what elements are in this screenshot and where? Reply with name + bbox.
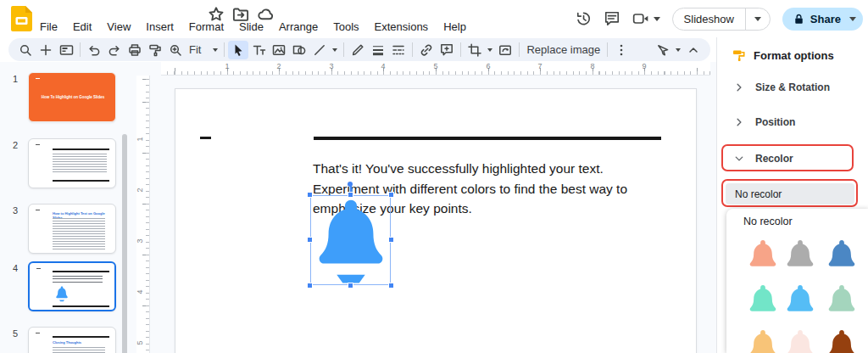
- slideshow-button[interactable]: Slideshow: [673, 13, 745, 25]
- zoom-icon[interactable]: [165, 41, 186, 59]
- meet-control[interactable]: [632, 10, 660, 27]
- star-icon[interactable]: [208, 6, 225, 23]
- reset-image-icon[interactable]: [495, 41, 515, 59]
- menu-edit[interactable]: Edit: [65, 19, 99, 35]
- insert-link-icon[interactable]: [416, 41, 437, 59]
- toolbar-row: Fit: [0, 37, 716, 62]
- top-divider-line[interactable]: [314, 137, 661, 140]
- slideshow-dropdown[interactable]: [745, 8, 770, 30]
- slide-1-thumbnail[interactable]: How To Highlight on Google Slides: [28, 72, 116, 122]
- menu-tools[interactable]: Tools: [326, 19, 366, 35]
- hruler-tick: 7: [537, 62, 542, 70]
- position-label: Position: [755, 116, 795, 128]
- slide-2-thumbnail[interactable]: [28, 138, 116, 188]
- share-caret-icon[interactable]: [849, 17, 856, 21]
- slide-1-title: How To Highlight on Google Slides: [36, 95, 110, 99]
- version-history-icon[interactable]: [575, 10, 592, 27]
- recolor-dropdown[interactable]: No recolor: [726, 183, 854, 205]
- bell-image[interactable]: [314, 198, 388, 286]
- cloud-saved-icon[interactable]: [257, 6, 274, 23]
- chevron-right-icon: [734, 82, 744, 92]
- recolor-swatch[interactable]: [784, 281, 816, 318]
- recolor-swatch[interactable]: [784, 236, 816, 273]
- paint-format-icon[interactable]: [145, 41, 165, 59]
- select-tool-icon[interactable]: [228, 41, 248, 59]
- comment-history-icon[interactable]: [604, 10, 620, 27]
- menu-help[interactable]: Help: [436, 19, 474, 35]
- pen-caret-icon[interactable]: [676, 48, 681, 52]
- insert-image-icon[interactable]: [269, 41, 289, 59]
- header: File Edit View Insert Format Slide Arran…: [0, 0, 868, 37]
- zoom-level-select[interactable]: Fit: [186, 43, 204, 56]
- slide-4-number: 4: [8, 263, 22, 273]
- border-weight-icon[interactable]: [368, 41, 388, 59]
- hide-menus-icon[interactable]: [683, 41, 704, 59]
- recolor-swatch[interactable]: [747, 281, 779, 318]
- share-button[interactable]: Share: [782, 8, 863, 31]
- section-position[interactable]: Position: [734, 116, 795, 128]
- print-icon[interactable]: [125, 41, 145, 59]
- slides-logo-icon[interactable]: [11, 6, 32, 31]
- recolor-swatch[interactable]: [826, 236, 858, 273]
- mask-image-caret-icon[interactable]: [487, 48, 492, 52]
- search-menus-icon[interactable]: [15, 41, 36, 59]
- slide-3-thumbnail[interactable]: How to Highlight Text on Google Slides: [28, 204, 116, 254]
- handle-se[interactable]: [388, 283, 394, 289]
- paint-roller-icon: [732, 48, 746, 63]
- handle-n[interactable]: [348, 192, 353, 198]
- handle-ne[interactable]: [388, 192, 394, 198]
- border-dash-icon[interactable]: [388, 41, 409, 59]
- slide-4-bell-image: [55, 286, 69, 302]
- redo-icon[interactable]: [104, 41, 125, 59]
- new-slide-icon[interactable]: [36, 41, 56, 59]
- insert-shape-icon[interactable]: [289, 41, 309, 59]
- recolor-swatch[interactable]: [747, 326, 779, 353]
- handle-sw[interactable]: [307, 283, 313, 289]
- handle-w[interactable]: [307, 237, 313, 243]
- new-slide-layout-icon[interactable]: [56, 41, 76, 59]
- google-slides-app: File Edit View Insert Format Slide Arran…: [0, 0, 868, 353]
- replace-image-button[interactable]: Replace image: [523, 43, 604, 56]
- slide-4-thumbnail[interactable]: [28, 261, 116, 311]
- menu-arrange[interactable]: Arrange: [271, 19, 326, 35]
- zoom-caret-icon[interactable]: [213, 48, 218, 52]
- text-box-icon[interactable]: [248, 41, 269, 59]
- add-comment-icon[interactable]: [437, 41, 457, 59]
- crop-image-icon[interactable]: [465, 41, 485, 59]
- filmstrip-scrollbar[interactable]: [122, 134, 127, 353]
- slide-page[interactable]: That's it! You've successfully highlight…: [175, 88, 697, 353]
- pen-annotate-icon[interactable]: [653, 41, 673, 59]
- move-folder-icon[interactable]: [232, 6, 249, 23]
- recolor-swatch[interactable]: [784, 326, 816, 353]
- format-options-panel: Format options Size & Rotation Position …: [716, 37, 868, 353]
- recolor-swatch[interactable]: [747, 236, 779, 273]
- menu-item-no-recolor[interactable]: No recolor: [743, 216, 793, 227]
- vertical-ruler: 1 2 3 4 5: [136, 76, 150, 353]
- insert-line-icon[interactable]: [309, 41, 330, 59]
- bell-image-selection[interactable]: [310, 195, 391, 285]
- recolor-swatch[interactable]: [826, 326, 858, 353]
- menu-insert[interactable]: Insert: [138, 19, 181, 35]
- section-size-rotation[interactable]: Size & Rotation: [734, 81, 830, 93]
- document-quick-actions: [208, 6, 274, 23]
- vruler-tick: 5: [136, 340, 144, 345]
- slideshow-caret-icon: [754, 17, 761, 21]
- menu-file[interactable]: File: [32, 19, 65, 35]
- menu-extensions[interactable]: Extensions: [367, 19, 437, 35]
- hruler-tick: 2: [276, 62, 281, 70]
- undo-icon[interactable]: [84, 41, 104, 59]
- recolor-dropdown-value: No recolor: [735, 188, 782, 200]
- border-color-icon[interactable]: [348, 41, 368, 59]
- rotation-handle-dot[interactable]: [348, 182, 353, 187]
- handle-nw[interactable]: [307, 192, 313, 198]
- vruler-tick: 2: [136, 188, 144, 192]
- hruler-tick: 5: [433, 62, 437, 70]
- menu-view[interactable]: View: [99, 19, 138, 35]
- handle-e[interactable]: [388, 237, 394, 243]
- hruler-tick: 9: [642, 62, 646, 70]
- handle-s[interactable]: [348, 283, 353, 289]
- recolor-swatch[interactable]: [826, 281, 858, 318]
- more-options-icon[interactable]: [611, 41, 632, 59]
- line-caret-icon[interactable]: [332, 48, 337, 52]
- slide-5-thumbnail[interactable]: Closing Thoughts: [28, 327, 116, 353]
